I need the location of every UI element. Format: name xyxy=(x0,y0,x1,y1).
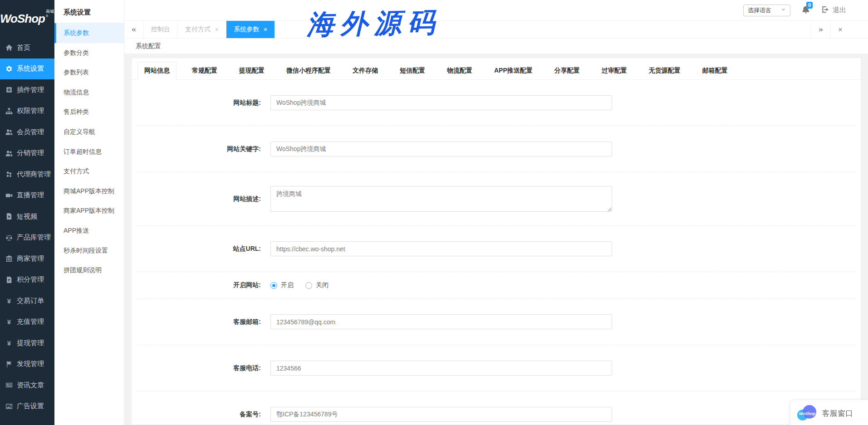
sidebar-item[interactable]: 短视频 xyxy=(0,206,54,227)
text-input[interactable] xyxy=(270,241,612,256)
sidebar-item-label: 提现管理 xyxy=(17,339,44,347)
field-label: 开启网站: xyxy=(137,281,261,289)
config-tab[interactable]: 提现配置 xyxy=(233,62,271,79)
sidebar-item[interactable]: P积分管理 xyxy=(0,269,54,291)
config-tab[interactable]: APP推送配置 xyxy=(488,62,539,79)
plugin-icon xyxy=(5,86,13,93)
text-input[interactable] xyxy=(270,407,612,422)
submenu-item[interactable]: APP推送 xyxy=(54,221,124,241)
submenu-item[interactable]: 支付方式 xyxy=(54,161,124,181)
tabs-scroll-right-button[interactable]: » xyxy=(811,21,830,38)
field-label: 客服邮箱: xyxy=(137,318,261,326)
config-tab[interactable]: 短信配置 xyxy=(393,62,432,79)
text-input[interactable] xyxy=(270,361,612,376)
chat-widget-button[interactable]: WoShop 客服窗口 xyxy=(790,400,868,425)
brand-name: WoShop xyxy=(0,12,45,26)
tabs-close-button[interactable]: ✕ xyxy=(830,21,850,38)
sidebar-item[interactable]: 产品库管理 xyxy=(0,227,54,249)
text-input[interactable] xyxy=(270,142,612,156)
language-select[interactable]: 选择语言 xyxy=(743,5,790,16)
window-tab[interactable]: 系统参数✕ xyxy=(226,21,275,38)
submenu-item[interactable]: 自定义导航 xyxy=(54,122,124,142)
topbar: 选择语言 0 退出 xyxy=(124,0,868,20)
chat-logo: WoShop xyxy=(797,405,817,421)
config-tab[interactable]: 过审配置 xyxy=(595,62,633,79)
text-input[interactable] xyxy=(270,314,612,329)
radio-group: 开启关闭 xyxy=(270,281,329,289)
sidebar-item[interactable]: 权限管理 xyxy=(0,101,54,122)
newspaper-icon xyxy=(5,381,13,389)
sidebar-item[interactable]: 代理商管理 xyxy=(0,164,54,185)
submenu-item[interactable]: 参数分类 xyxy=(54,43,124,63)
radio-option[interactable]: 关闭 xyxy=(305,281,329,289)
submenu-item[interactable]: 物流信息 xyxy=(54,83,124,103)
config-tab[interactable]: 文件存储 xyxy=(346,62,384,79)
sidebar-item[interactable]: 商家管理 xyxy=(0,248,54,269)
language-select-value: 选择语言 xyxy=(748,6,771,15)
window-tab[interactable]: 支付方式✕ xyxy=(178,21,226,38)
submenu-item[interactable]: 商家APP版本控制 xyxy=(54,201,124,221)
chat-label: 客服窗口 xyxy=(822,408,853,419)
sidebar-menu: 首页系统设置插件管理权限管理会员管理分销管理代理商管理直播管理短视频产品库管理商… xyxy=(0,37,54,417)
radio-option-label: 关闭 xyxy=(316,281,329,289)
sidebar-item[interactable]: 资讯文章 xyxy=(0,375,54,396)
sidebar-item-label: 积分管理 xyxy=(17,275,44,284)
gear-icon xyxy=(5,65,13,73)
radio-dot[interactable] xyxy=(270,282,277,289)
config-tab[interactable]: 微信小程序配置 xyxy=(280,62,337,79)
config-tab[interactable]: 物流配置 xyxy=(441,62,479,79)
config-tab[interactable]: 常规配置 xyxy=(186,62,224,79)
logout-button[interactable]: 退出 xyxy=(821,5,846,15)
sidebar-item-label: 短视频 xyxy=(17,212,37,221)
config-tab[interactable]: 无货源配置 xyxy=(642,62,687,79)
submenu-item[interactable]: 秒杀时间段设置 xyxy=(54,241,124,261)
submenu-item[interactable]: 参数列表 xyxy=(54,63,124,83)
window-tab[interactable]: 控制台 xyxy=(144,21,178,38)
sidebar-item[interactable]: ¥提现管理 xyxy=(0,332,54,354)
sidebar-item[interactable]: 发现管理 xyxy=(0,354,54,375)
config-tab[interactable]: 分享配置 xyxy=(548,62,586,79)
tab-close-icon[interactable]: ✕ xyxy=(215,27,219,33)
config-tab[interactable]: 邮箱配置 xyxy=(696,62,734,79)
sidebar-item[interactable]: ¥充值管理 xyxy=(0,312,54,333)
sidebar-item[interactable]: ¥交易订单 xyxy=(0,290,54,312)
text-input[interactable] xyxy=(270,95,612,110)
sidebar-item[interactable]: 直播管理 xyxy=(0,185,54,206)
radio-dot[interactable] xyxy=(305,282,312,289)
tabbar-right-controls: » ✕ xyxy=(811,21,850,38)
sidebar-item[interactable]: 系统设置 xyxy=(0,59,54,80)
submenu-item[interactable]: 订单超时信息 xyxy=(54,142,124,162)
bell-icon xyxy=(801,8,810,16)
sidebar-item[interactable]: 分销管理 xyxy=(0,143,54,164)
form-row: 网站关键字: xyxy=(137,126,855,172)
field-label: 网站关键字: xyxy=(137,145,261,153)
radio-option[interactable]: 开启 xyxy=(270,281,294,289)
brand-tag: 商城® xyxy=(46,9,54,20)
video-camera-icon xyxy=(5,192,13,199)
yen-icon: ¥ xyxy=(5,339,13,347)
sidebar-item[interactable]: 会员管理 xyxy=(0,122,54,143)
sidebar-item-label: 直播管理 xyxy=(17,191,44,200)
sitemap-icon xyxy=(5,107,13,115)
sidebar-item[interactable]: 插件管理 xyxy=(0,79,54,101)
submenu-item[interactable]: 商城APP版本控制 xyxy=(54,181,124,201)
submenu-item[interactable]: 系统参数 xyxy=(54,23,124,43)
notifications-button[interactable]: 0 xyxy=(801,5,810,15)
tabs-scroll-left-button[interactable]: « xyxy=(124,21,144,38)
brand-logo[interactable]: WoShop 商城® xyxy=(0,0,54,37)
submenu-title: 系统设置 xyxy=(54,0,124,23)
form-row: 客服电话: xyxy=(137,345,855,391)
sidebar-item[interactable]: 首页 xyxy=(0,37,54,59)
submenu-item[interactable]: 拼团规则说明 xyxy=(54,260,124,280)
field-label: 客服电话: xyxy=(137,364,261,372)
textarea-input[interactable]: 跨境商城 xyxy=(270,186,612,212)
signout-icon xyxy=(821,5,829,15)
field-label: 站点URL: xyxy=(137,245,261,253)
sidebar-item-label: 首页 xyxy=(17,44,30,52)
config-tab[interactable]: 网站信息 xyxy=(137,62,177,80)
video-file-icon xyxy=(5,213,13,220)
logout-label: 退出 xyxy=(833,6,846,15)
tab-close-icon[interactable]: ✕ xyxy=(263,27,267,33)
sidebar-item[interactable]: 广告设置 xyxy=(0,396,54,417)
submenu-item[interactable]: 售后种类 xyxy=(54,102,124,122)
